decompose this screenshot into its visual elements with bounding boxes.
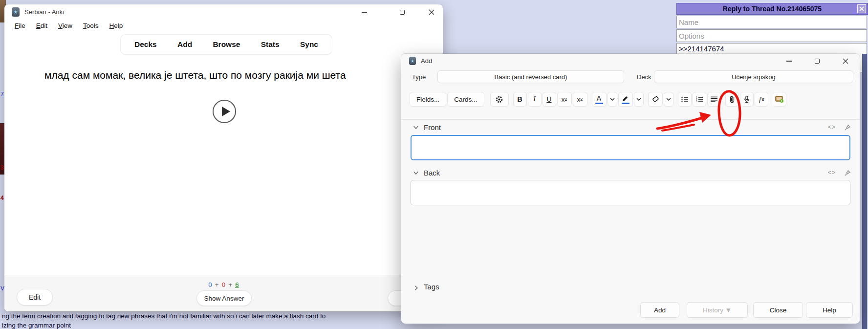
- add-dialog-title: Add: [421, 57, 432, 65]
- bullet-list-icon: [681, 96, 689, 103]
- remove-formatting-dropdown[interactable]: [664, 92, 673, 107]
- close-button[interactable]: [835, 54, 856, 68]
- alignment-button[interactable]: [707, 92, 721, 107]
- math-equations-button[interactable]: ƒx: [755, 92, 768, 107]
- text-color-letter: A: [597, 94, 601, 102]
- reply-form-title: Reply to Thread No.214065075: [723, 5, 822, 13]
- text-color-dropdown[interactable]: [608, 92, 617, 107]
- plus-sign: +: [215, 281, 219, 288]
- tab-stats[interactable]: Stats: [261, 40, 280, 49]
- help-button[interactable]: Help: [806, 302, 853, 318]
- reply-form-header[interactable]: Reply to Thread No.214065075: [676, 3, 868, 15]
- remove-formatting-button[interactable]: [648, 92, 663, 107]
- fields-button-label: Fields...: [416, 96, 439, 103]
- menu-edit[interactable]: Edit: [31, 20, 53, 33]
- page-scrollbar[interactable]: [862, 54, 867, 329]
- close-button[interactable]: [421, 4, 442, 20]
- tab-sync[interactable]: Sync: [300, 40, 318, 49]
- collapse-chevron-icon[interactable]: [413, 171, 419, 175]
- highlight-color-swatch: [622, 103, 629, 104]
- background-text-fragment: 4: [0, 195, 4, 201]
- pin-field-icon[interactable]: [844, 124, 851, 131]
- anki-window-title: Serbian - Anki: [24, 8, 64, 16]
- audio-play-button[interactable]: [213, 100, 236, 123]
- menu-help[interactable]: Help: [104, 20, 129, 33]
- deck-label: Deck: [637, 73, 651, 81]
- type-label: Type: [412, 73, 426, 81]
- menu-tools[interactable]: Tools: [78, 20, 104, 33]
- fields-button[interactable]: Fields...: [410, 92, 446, 107]
- close-dialog-button[interactable]: Close: [753, 302, 803, 318]
- collapse-chevron-icon[interactable]: [413, 126, 419, 130]
- underline-label: U: [546, 95, 551, 103]
- front-field-input[interactable]: [411, 135, 850, 160]
- menu-file[interactable]: File: [9, 20, 31, 33]
- add-button[interactable]: Add: [640, 302, 679, 318]
- chevron-down-icon: [666, 98, 671, 101]
- subscript-button[interactable]: x2: [573, 92, 587, 107]
- learning-count: 0: [222, 281, 226, 288]
- menu-bar: File Edit View Tools Help: [4, 20, 443, 33]
- close-icon: [843, 58, 848, 64]
- gear-icon: [495, 95, 503, 104]
- back-field-label: Back: [424, 169, 440, 177]
- anki-main-window: ★ Serbian - Anki File Edit View Tools He…: [4, 4, 443, 311]
- tags-label: Tags: [424, 283, 439, 291]
- history-button[interactable]: History ▼: [687, 302, 748, 318]
- maximize-button[interactable]: [806, 54, 828, 68]
- help-button-label: Help: [823, 307, 836, 314]
- tab-add[interactable]: Add: [177, 40, 192, 49]
- highlight-color-button[interactable]: [618, 92, 633, 107]
- edit-button[interactable]: Edit: [17, 289, 53, 306]
- attach-media-button[interactable]: [725, 92, 739, 107]
- background-text-fragment: 3: [0, 164, 4, 171]
- superscript-button[interactable]: x2: [557, 92, 572, 107]
- html-editor-toggle-icon[interactable]: <>: [828, 169, 836, 176]
- fx-x: x: [761, 97, 764, 102]
- maximize-button[interactable]: [391, 4, 413, 20]
- add-dialog-title-bar[interactable]: ★ Add: [401, 54, 860, 68]
- anki-title-bar[interactable]: ★ Serbian - Anki: [4, 4, 443, 20]
- play-icon: [222, 107, 230, 116]
- bold-button[interactable]: B: [513, 92, 527, 107]
- tab-browse[interactable]: Browse: [213, 40, 240, 49]
- reply-form-close-button[interactable]: [857, 4, 866, 13]
- ordered-list-button[interactable]: 123: [693, 92, 706, 107]
- reply-name-input[interactable]: [676, 16, 867, 28]
- background-link-fragment: V: [0, 285, 4, 292]
- background-link-fragment: 7: [0, 91, 4, 98]
- tab-decks[interactable]: Decks: [134, 40, 157, 49]
- svg-text:3: 3: [696, 100, 697, 103]
- pin-field-icon[interactable]: [844, 170, 851, 176]
- minimize-button[interactable]: [778, 54, 800, 68]
- show-answer-button[interactable]: Show Answer: [196, 290, 252, 306]
- anki-app-icon: ★: [12, 7, 20, 17]
- note-settings-button[interactable]: [490, 92, 509, 107]
- italic-label: I: [533, 95, 536, 103]
- screen: ng the term creation and tagging to tag …: [0, 0, 868, 329]
- deck-value: Učenje srpskog: [732, 73, 776, 81]
- deck-selector[interactable]: Učenje srpskog: [654, 70, 853, 83]
- maximize-icon: [815, 59, 820, 64]
- italic-button[interactable]: I: [528, 92, 542, 107]
- chevron-down-icon: [610, 98, 615, 101]
- menu-view[interactable]: View: [53, 20, 78, 33]
- note-type-selector[interactable]: Basic (and reversed card): [437, 70, 624, 83]
- tags-section[interactable]: Tags: [401, 282, 860, 294]
- highlight-color-dropdown[interactable]: [634, 92, 644, 107]
- minimize-button[interactable]: [353, 4, 375, 20]
- close-button-label: Close: [770, 307, 787, 314]
- image-occlusion-button[interactable]: [773, 92, 786, 107]
- minimize-icon: [786, 61, 792, 61]
- unordered-list-button[interactable]: [678, 92, 692, 107]
- eraser-icon: [651, 95, 660, 103]
- cards-button[interactable]: Cards...: [447, 92, 484, 107]
- text-color-button[interactable]: A: [592, 92, 607, 107]
- cards-button-label: Cards...: [454, 96, 477, 103]
- record-audio-button[interactable]: [740, 92, 754, 107]
- reply-options-input[interactable]: [676, 29, 867, 42]
- underline-button[interactable]: U: [542, 92, 556, 107]
- back-field-input[interactable]: [411, 180, 850, 205]
- html-editor-toggle-icon[interactable]: <>: [828, 124, 836, 131]
- maximize-icon: [400, 10, 405, 15]
